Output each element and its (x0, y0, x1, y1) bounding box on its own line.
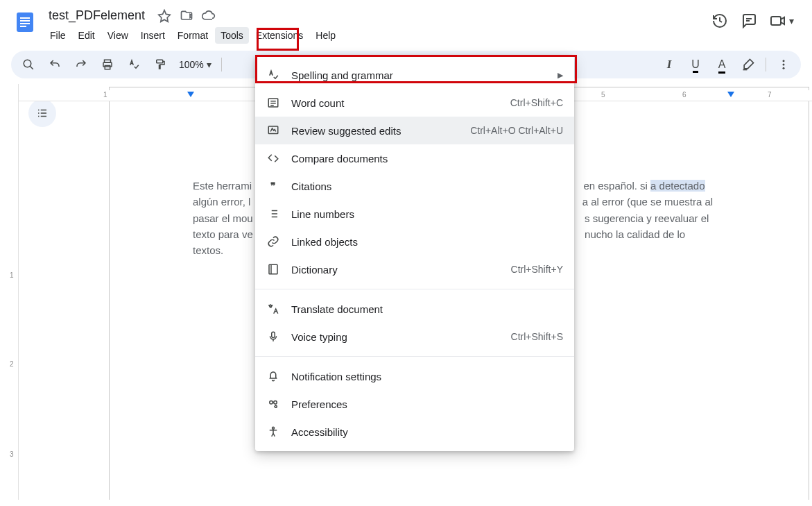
menu-translate[interactable]: Translate document (255, 295, 574, 323)
compare-icon (266, 152, 280, 165)
svg-point-21 (273, 427, 275, 429)
ruler-tick: 5 (601, 91, 605, 99)
svg-point-12 (783, 64, 785, 66)
text-highlighted: a detectado (650, 180, 705, 192)
accessibility-icon (266, 425, 280, 438)
star-icon[interactable] (157, 9, 171, 23)
docs-logo[interactable] (11, 6, 39, 39)
text-fragment: algún error, l (193, 196, 250, 208)
dictionary-icon (266, 263, 280, 276)
separator (221, 58, 222, 71)
menu-edit[interactable]: Edit (73, 27, 101, 44)
print-icon[interactable] (97, 54, 118, 75)
menu-label: Line numbers (291, 208, 563, 220)
menu-insert[interactable]: Insert (135, 27, 171, 44)
meet-icon[interactable]: ▾ (770, 12, 794, 29)
document-title[interactable]: test_PDFelement (44, 7, 149, 24)
ruler-tick: 6 (682, 91, 686, 99)
search-icon[interactable] (18, 54, 39, 75)
menu-label: Dictionary (291, 264, 500, 276)
italic-icon[interactable]: I (659, 54, 680, 75)
translate-icon (266, 303, 280, 315)
svg-point-11 (783, 60, 785, 62)
comments-icon[interactable] (741, 12, 757, 29)
vertical-ruler[interactable]: 1 2 3 (0, 84, 19, 500)
menu-preferences[interactable]: Preferences (255, 390, 574, 418)
annotation-highlight-tools (257, 28, 299, 51)
underline-icon[interactable]: U (685, 54, 706, 75)
history-icon[interactable] (711, 12, 728, 29)
outline-toggle-icon[interactable] (28, 99, 56, 127)
ruler-tick: 3 (10, 450, 14, 458)
menu-linked-objects[interactable]: Linked objects (255, 228, 574, 255)
text-color-icon[interactable]: A (711, 54, 732, 75)
ruler-tick: 1 (10, 271, 14, 279)
text-fragment: pasar el mou (193, 212, 253, 224)
menu-label: Compare documents (291, 153, 563, 165)
text-fragment: s sugerencia y reevaluar el (585, 212, 709, 224)
menu-voice-typing[interactable]: Voice typing Ctrl+Shift+S (255, 323, 574, 351)
citations-icon: ❞ (266, 180, 280, 192)
menu-format[interactable]: Format (172, 27, 214, 44)
menu-compare-documents[interactable]: Compare documents (255, 144, 574, 172)
paint-format-icon[interactable] (150, 54, 171, 75)
separator (766, 58, 766, 71)
shortcut: Ctrl+Shift+S (511, 331, 563, 342)
annotation-highlight-spelling (255, 55, 577, 83)
more-icon[interactable] (773, 54, 794, 75)
svg-point-6 (24, 60, 31, 67)
ruler-tick: 2 (10, 360, 14, 368)
menu-label: Preferences (291, 398, 563, 410)
menu-label: Accessibility (291, 426, 563, 438)
menu-label: Notification settings (291, 371, 563, 382)
menubar: File Edit View Insert Format Tools Exten… (44, 26, 711, 45)
svg-rect-4 (20, 26, 26, 27)
svg-point-19 (274, 401, 277, 405)
ruler-indent-marker[interactable] (187, 92, 194, 97)
review-icon (266, 124, 280, 137)
undo-icon[interactable] (44, 54, 65, 75)
highlight-color-icon[interactable] (738, 54, 759, 75)
svg-rect-3 (20, 23, 30, 24)
menu-dictionary[interactable]: Dictionary Ctrl+Shift+Y (255, 255, 574, 283)
menu-notification-settings[interactable]: Notification settings (255, 362, 574, 390)
menu-accessibility[interactable]: Accessibility (255, 418, 574, 446)
link-icon (266, 235, 280, 248)
svg-rect-16 (269, 264, 277, 274)
menu-view[interactable]: View (102, 27, 134, 44)
svg-rect-2 (20, 20, 30, 22)
text-fragment: texto para ve (193, 228, 253, 240)
zoom-select[interactable]: 100%▾ (176, 59, 214, 70)
shortcut: Ctrl+Shift+Y (511, 264, 563, 275)
svg-point-20 (275, 405, 277, 407)
menu-label: Word count (291, 97, 499, 109)
linenumbers-icon (266, 208, 280, 220)
cloud-status-icon[interactable] (202, 9, 216, 23)
redo-icon[interactable] (71, 54, 92, 75)
svg-rect-5 (771, 17, 781, 25)
spellcheck-icon[interactable] (123, 54, 144, 75)
menu-help[interactable]: Help (310, 27, 341, 44)
bell-icon (266, 370, 280, 382)
menu-word-count[interactable]: Word count Ctrl+Shift+C (255, 89, 574, 117)
menu-citations[interactable]: ❞ Citations (255, 172, 574, 200)
svg-rect-1 (20, 17, 30, 19)
svg-rect-0 (17, 12, 33, 32)
ruler-tick: 1 (103, 91, 107, 99)
menu-label: Citations (291, 180, 563, 192)
menu-line-numbers[interactable]: Line numbers (255, 200, 574, 228)
menu-tools[interactable]: Tools (215, 27, 249, 44)
tools-dropdown: Spelling and grammar ▶ Word count Ctrl+S… (255, 56, 574, 451)
move-icon[interactable] (180, 9, 193, 23)
text-fragment: nucho la calidad de lo (585, 228, 685, 240)
ruler-right-marker[interactable] (727, 92, 734, 97)
menu-file[interactable]: File (44, 27, 71, 44)
menu-review-suggested[interactable]: Review suggested edits Ctrl+Alt+O Ctrl+A… (255, 117, 574, 144)
text-fragment: a al error (que se muestra al (582, 196, 713, 208)
menu-label: Review suggested edits (291, 125, 459, 137)
menu-label: Translate document (291, 303, 563, 315)
preferences-icon (266, 398, 280, 410)
menu-label: Voice typing (291, 331, 500, 343)
microphone-icon (266, 330, 280, 343)
text-fragment: en español. si (583, 180, 650, 192)
